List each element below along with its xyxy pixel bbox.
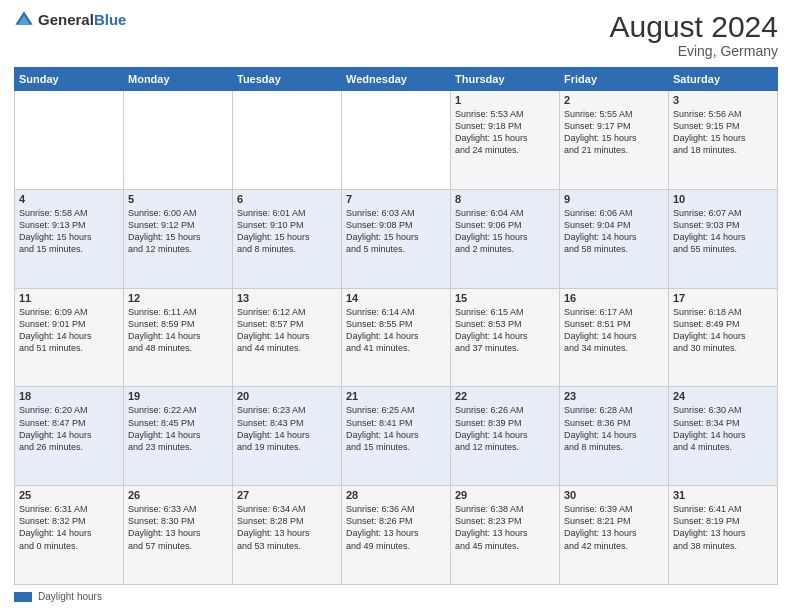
footer-label: Daylight hours xyxy=(38,591,102,602)
calendar-cell: 9Sunrise: 6:06 AM Sunset: 9:04 PM Daylig… xyxy=(560,189,669,288)
day-number: 11 xyxy=(19,292,119,304)
day-number: 26 xyxy=(128,489,228,501)
day-info: Sunrise: 6:17 AM Sunset: 8:51 PM Dayligh… xyxy=(564,306,664,355)
calendar-cell: 1Sunrise: 5:53 AM Sunset: 9:18 PM Daylig… xyxy=(451,91,560,190)
day-number: 12 xyxy=(128,292,228,304)
day-info: Sunrise: 6:07 AM Sunset: 9:03 PM Dayligh… xyxy=(673,207,773,256)
calendar-cell: 28Sunrise: 6:36 AM Sunset: 8:26 PM Dayli… xyxy=(342,486,451,585)
day-number: 3 xyxy=(673,94,773,106)
calendar-cell: 11Sunrise: 6:09 AM Sunset: 9:01 PM Dayli… xyxy=(15,288,124,387)
calendar-cell: 12Sunrise: 6:11 AM Sunset: 8:59 PM Dayli… xyxy=(124,288,233,387)
day-number: 20 xyxy=(237,390,337,402)
logo: GeneralBlue xyxy=(14,10,126,30)
day-info: Sunrise: 5:58 AM Sunset: 9:13 PM Dayligh… xyxy=(19,207,119,256)
calendar-cell: 30Sunrise: 6:39 AM Sunset: 8:21 PM Dayli… xyxy=(560,486,669,585)
day-info: Sunrise: 6:03 AM Sunset: 9:08 PM Dayligh… xyxy=(346,207,446,256)
calendar-cell: 26Sunrise: 6:33 AM Sunset: 8:30 PM Dayli… xyxy=(124,486,233,585)
header: GeneralBlue August 2024 Eving, Germany xyxy=(14,10,778,59)
week-row: 4Sunrise: 5:58 AM Sunset: 9:13 PM Daylig… xyxy=(15,189,778,288)
logo-text: GeneralBlue xyxy=(38,11,126,29)
day-info: Sunrise: 6:28 AM Sunset: 8:36 PM Dayligh… xyxy=(564,404,664,453)
calendar-cell: 5Sunrise: 6:00 AM Sunset: 9:12 PM Daylig… xyxy=(124,189,233,288)
day-info: Sunrise: 6:01 AM Sunset: 9:10 PM Dayligh… xyxy=(237,207,337,256)
calendar-cell: 22Sunrise: 6:26 AM Sunset: 8:39 PM Dayli… xyxy=(451,387,560,486)
week-row: 11Sunrise: 6:09 AM Sunset: 9:01 PM Dayli… xyxy=(15,288,778,387)
day-info: Sunrise: 6:04 AM Sunset: 9:06 PM Dayligh… xyxy=(455,207,555,256)
week-row: 1Sunrise: 5:53 AM Sunset: 9:18 PM Daylig… xyxy=(15,91,778,190)
day-info: Sunrise: 6:36 AM Sunset: 8:26 PM Dayligh… xyxy=(346,503,446,552)
day-header-friday: Friday xyxy=(560,68,669,91)
day-info: Sunrise: 6:12 AM Sunset: 8:57 PM Dayligh… xyxy=(237,306,337,355)
day-number: 4 xyxy=(19,193,119,205)
day-info: Sunrise: 6:34 AM Sunset: 8:28 PM Dayligh… xyxy=(237,503,337,552)
day-number: 30 xyxy=(564,489,664,501)
day-number: 22 xyxy=(455,390,555,402)
day-info: Sunrise: 6:20 AM Sunset: 8:47 PM Dayligh… xyxy=(19,404,119,453)
logo-blue: Blue xyxy=(94,11,127,28)
subtitle: Eving, Germany xyxy=(610,43,778,59)
day-number: 27 xyxy=(237,489,337,501)
day-header-monday: Monday xyxy=(124,68,233,91)
calendar-cell: 15Sunrise: 6:15 AM Sunset: 8:53 PM Dayli… xyxy=(451,288,560,387)
day-number: 14 xyxy=(346,292,446,304)
day-info: Sunrise: 6:25 AM Sunset: 8:41 PM Dayligh… xyxy=(346,404,446,453)
day-info: Sunrise: 6:06 AM Sunset: 9:04 PM Dayligh… xyxy=(564,207,664,256)
day-number: 6 xyxy=(237,193,337,205)
day-number: 24 xyxy=(673,390,773,402)
calendar-cell xyxy=(124,91,233,190)
day-info: Sunrise: 6:39 AM Sunset: 8:21 PM Dayligh… xyxy=(564,503,664,552)
calendar-cell: 17Sunrise: 6:18 AM Sunset: 8:49 PM Dayli… xyxy=(669,288,778,387)
day-number: 16 xyxy=(564,292,664,304)
week-row: 25Sunrise: 6:31 AM Sunset: 8:32 PM Dayli… xyxy=(15,486,778,585)
calendar-cell: 29Sunrise: 6:38 AM Sunset: 8:23 PM Dayli… xyxy=(451,486,560,585)
title-block: August 2024 Eving, Germany xyxy=(610,10,778,59)
calendar-cell: 21Sunrise: 6:25 AM Sunset: 8:41 PM Dayli… xyxy=(342,387,451,486)
calendar-cell: 6Sunrise: 6:01 AM Sunset: 9:10 PM Daylig… xyxy=(233,189,342,288)
calendar-cell: 8Sunrise: 6:04 AM Sunset: 9:06 PM Daylig… xyxy=(451,189,560,288)
day-info: Sunrise: 6:38 AM Sunset: 8:23 PM Dayligh… xyxy=(455,503,555,552)
calendar-cell: 14Sunrise: 6:14 AM Sunset: 8:55 PM Dayli… xyxy=(342,288,451,387)
day-number: 28 xyxy=(346,489,446,501)
day-number: 17 xyxy=(673,292,773,304)
day-number: 21 xyxy=(346,390,446,402)
calendar-cell: 24Sunrise: 6:30 AM Sunset: 8:34 PM Dayli… xyxy=(669,387,778,486)
page: GeneralBlue August 2024 Eving, Germany S… xyxy=(0,0,792,612)
day-number: 19 xyxy=(128,390,228,402)
day-number: 5 xyxy=(128,193,228,205)
day-number: 29 xyxy=(455,489,555,501)
calendar-cell: 19Sunrise: 6:22 AM Sunset: 8:45 PM Dayli… xyxy=(124,387,233,486)
logo-general: General xyxy=(38,11,94,28)
day-info: Sunrise: 6:41 AM Sunset: 8:19 PM Dayligh… xyxy=(673,503,773,552)
day-header-saturday: Saturday xyxy=(669,68,778,91)
day-header-wednesday: Wednesday xyxy=(342,68,451,91)
day-number: 7 xyxy=(346,193,446,205)
week-row: 18Sunrise: 6:20 AM Sunset: 8:47 PM Dayli… xyxy=(15,387,778,486)
day-number: 25 xyxy=(19,489,119,501)
calendar-cell: 18Sunrise: 6:20 AM Sunset: 8:47 PM Dayli… xyxy=(15,387,124,486)
calendar-cell: 20Sunrise: 6:23 AM Sunset: 8:43 PM Dayli… xyxy=(233,387,342,486)
calendar-cell: 4Sunrise: 5:58 AM Sunset: 9:13 PM Daylig… xyxy=(15,189,124,288)
day-info: Sunrise: 6:18 AM Sunset: 8:49 PM Dayligh… xyxy=(673,306,773,355)
day-info: Sunrise: 5:53 AM Sunset: 9:18 PM Dayligh… xyxy=(455,108,555,157)
day-info: Sunrise: 6:31 AM Sunset: 8:32 PM Dayligh… xyxy=(19,503,119,552)
day-number: 23 xyxy=(564,390,664,402)
day-number: 18 xyxy=(19,390,119,402)
logo-icon xyxy=(14,10,34,30)
day-info: Sunrise: 6:09 AM Sunset: 9:01 PM Dayligh… xyxy=(19,306,119,355)
day-info: Sunrise: 6:30 AM Sunset: 8:34 PM Dayligh… xyxy=(673,404,773,453)
calendar-cell: 7Sunrise: 6:03 AM Sunset: 9:08 PM Daylig… xyxy=(342,189,451,288)
daylight-bar-icon xyxy=(14,592,32,602)
calendar-cell: 10Sunrise: 6:07 AM Sunset: 9:03 PM Dayli… xyxy=(669,189,778,288)
day-info: Sunrise: 6:00 AM Sunset: 9:12 PM Dayligh… xyxy=(128,207,228,256)
day-number: 15 xyxy=(455,292,555,304)
day-info: Sunrise: 6:26 AM Sunset: 8:39 PM Dayligh… xyxy=(455,404,555,453)
calendar-cell: 31Sunrise: 6:41 AM Sunset: 8:19 PM Dayli… xyxy=(669,486,778,585)
day-number: 1 xyxy=(455,94,555,106)
day-info: Sunrise: 6:33 AM Sunset: 8:30 PM Dayligh… xyxy=(128,503,228,552)
day-header-tuesday: Tuesday xyxy=(233,68,342,91)
day-info: Sunrise: 6:23 AM Sunset: 8:43 PM Dayligh… xyxy=(237,404,337,453)
day-info: Sunrise: 6:22 AM Sunset: 8:45 PM Dayligh… xyxy=(128,404,228,453)
day-info: Sunrise: 6:15 AM Sunset: 8:53 PM Dayligh… xyxy=(455,306,555,355)
day-number: 8 xyxy=(455,193,555,205)
day-header-sunday: Sunday xyxy=(15,68,124,91)
